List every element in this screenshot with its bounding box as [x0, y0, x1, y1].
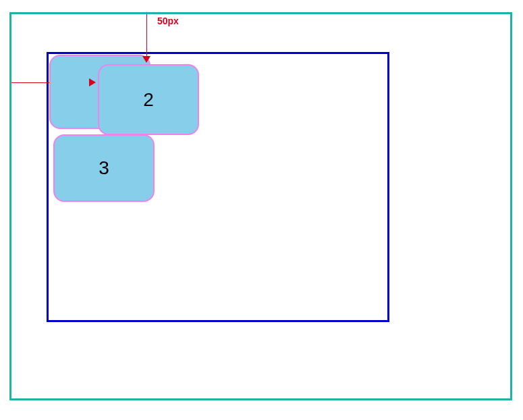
panel-2-label: 2 [143, 89, 154, 111]
panel-2: 2 [98, 64, 199, 135]
panel-3: 3 [53, 134, 155, 202]
arrow-vertical-line [146, 14, 147, 61]
panel-3-label: 3 [99, 157, 109, 179]
outer-container: 2 3 50px 100px [9, 12, 512, 400]
annotation-top-offset: 50px [157, 16, 179, 26]
arrow-right-icon [89, 78, 96, 86]
arrow-down-icon [142, 56, 150, 63]
